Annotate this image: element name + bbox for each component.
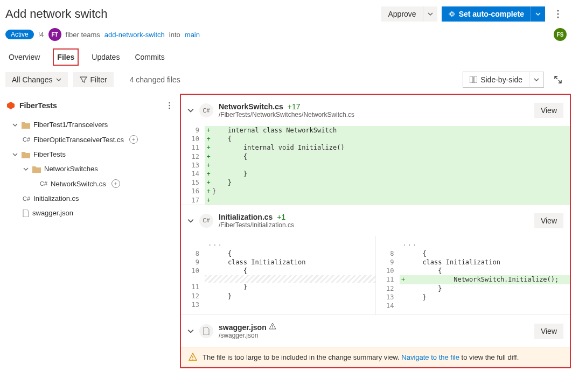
diff-view-chevron[interactable] bbox=[529, 72, 543, 87]
tree-item-label: NetworkSwitches bbox=[44, 165, 98, 173]
line-number: 11 bbox=[376, 275, 400, 284]
diff-sign: + bbox=[205, 152, 212, 161]
collapsed-region[interactable] bbox=[205, 275, 375, 283]
svg-rect-4 bbox=[470, 76, 473, 83]
file-icon bbox=[23, 209, 29, 217]
tree-more-button[interactable] bbox=[161, 97, 178, 114]
tree-item[interactable]: C#FiberOpticTransceiverTest.cs+ bbox=[4, 132, 180, 147]
tree-root[interactable]: FiberTests bbox=[4, 94, 180, 117]
target-branch-link[interactable]: main bbox=[185, 31, 200, 39]
diff-sign: + bbox=[205, 161, 212, 170]
code-line: 11 } bbox=[181, 283, 375, 291]
approve-button[interactable]: Approve bbox=[381, 6, 437, 22]
collapse-button[interactable] bbox=[187, 107, 194, 114]
diff-sign bbox=[400, 302, 407, 310]
view-file-button[interactable]: View bbox=[534, 103, 563, 118]
changed-files-count: 4 changed files bbox=[130, 75, 180, 84]
pr-number: !4 bbox=[38, 31, 44, 39]
line-number: 9 bbox=[181, 126, 205, 135]
svg-point-6 bbox=[169, 102, 170, 103]
navigate-to-file-link[interactable]: Navigate to the file bbox=[401, 353, 459, 361]
svg-rect-5 bbox=[474, 76, 477, 83]
code-line: 9 class Initialization bbox=[181, 258, 375, 267]
code-text: } bbox=[212, 283, 375, 291]
page-title: Add network switch bbox=[5, 7, 377, 21]
file-name: NetworkSwitch.cs +17 bbox=[219, 102, 354, 111]
line-number: 10 bbox=[376, 267, 400, 275]
status-badge: Active bbox=[5, 30, 34, 39]
code-line: 15+ } bbox=[181, 178, 570, 187]
file-name: Initialization.cs +1 bbox=[219, 213, 294, 221]
user-avatar[interactable]: FS bbox=[554, 28, 567, 41]
chevron-down-icon bbox=[428, 11, 433, 17]
tree-item[interactable]: NetworkSwitches bbox=[4, 162, 180, 176]
filter-button[interactable]: Filter bbox=[73, 72, 114, 87]
collapse-button[interactable] bbox=[187, 218, 194, 224]
diff-sign bbox=[400, 249, 407, 258]
code-text: } bbox=[212, 187, 570, 195]
diff-sign: + bbox=[400, 275, 407, 284]
diff-view-label[interactable]: Side-by-side bbox=[463, 72, 529, 87]
add-comment-button[interactable]: + bbox=[129, 135, 138, 144]
tab-files[interactable]: Files bbox=[53, 48, 79, 66]
collapse-button[interactable] bbox=[187, 328, 194, 334]
csharp-icon: C# bbox=[199, 103, 213, 117]
code-line: 13 } bbox=[376, 293, 570, 302]
csharp-icon: C# bbox=[40, 180, 47, 187]
add-comment-button[interactable]: + bbox=[111, 179, 120, 188]
team-avatar: FT bbox=[48, 28, 61, 41]
code-text bbox=[212, 300, 375, 309]
svg-point-9 bbox=[272, 327, 273, 328]
filter-icon bbox=[80, 76, 87, 83]
code-text: internal class NetworkSwitch bbox=[212, 126, 570, 135]
view-file-button[interactable]: View bbox=[534, 213, 563, 228]
all-changes-dropdown[interactable]: All Changes bbox=[5, 72, 68, 87]
tab-updates[interactable]: Updates bbox=[89, 48, 122, 66]
diff-area: C#NetworkSwitch.cs +17/FiberTests/Networ… bbox=[180, 94, 571, 368]
tab-overview[interactable]: Overview bbox=[6, 48, 42, 66]
code-line: 13+ bbox=[181, 161, 570, 170]
autocomplete-chevron[interactable] bbox=[531, 6, 545, 22]
line-number: 15 bbox=[181, 178, 205, 187]
additions-count: +17 bbox=[285, 102, 301, 111]
file-path: /FiberTests/NetworkSwitches/NetworkSwitc… bbox=[219, 111, 354, 118]
line-number: 13 bbox=[181, 300, 205, 309]
tree-item-label: swagger.json bbox=[32, 209, 73, 217]
kebab-icon bbox=[169, 102, 170, 109]
tree-item[interactable]: C#Initialization.cs bbox=[4, 191, 180, 206]
chevron-down-icon bbox=[56, 77, 61, 82]
svg-point-10 bbox=[192, 359, 193, 360]
tree-item[interactable]: swagger.json bbox=[4, 206, 180, 220]
more-button[interactable] bbox=[549, 5, 567, 23]
autocomplete-label[interactable]: Set auto-complete bbox=[442, 6, 531, 22]
warning-bar: The file is too large to be included in … bbox=[181, 347, 570, 367]
code-text: { bbox=[407, 267, 570, 275]
code-text: } bbox=[212, 170, 570, 178]
diff-sign: + bbox=[205, 143, 212, 152]
tree-item[interactable]: FiberTest1/Transceivers bbox=[4, 117, 180, 132]
approve-label[interactable]: Approve bbox=[381, 6, 423, 22]
view-file-button[interactable]: View bbox=[534, 324, 563, 339]
code-line: 11+ internal void Initialize() bbox=[181, 143, 570, 152]
additions-count: +1 bbox=[275, 213, 285, 221]
diff-view-dropdown[interactable]: Side-by-side bbox=[463, 72, 544, 88]
autocomplete-text: Set auto-complete bbox=[459, 10, 524, 18]
tree-item[interactable]: C#NetworkSwitch.cs+ bbox=[4, 176, 180, 191]
diff-sign bbox=[205, 300, 212, 309]
line-number: 12 bbox=[181, 152, 205, 161]
tab-commits[interactable]: Commits bbox=[132, 48, 166, 66]
source-branch-link[interactable]: add-network-switch bbox=[104, 31, 165, 39]
autocomplete-button[interactable]: Set auto-complete bbox=[442, 6, 545, 22]
code-text: class Initialization bbox=[212, 258, 375, 267]
svg-point-1 bbox=[557, 10, 559, 12]
code-line: 17+ bbox=[181, 196, 570, 205]
fullscreen-button[interactable] bbox=[549, 71, 567, 88]
code-text: } bbox=[212, 292, 375, 300]
line-number: 12 bbox=[376, 284, 400, 293]
filter-label: Filter bbox=[90, 75, 107, 84]
approve-chevron[interactable] bbox=[423, 6, 437, 22]
line-number: 13 bbox=[376, 293, 400, 302]
tree-item[interactable]: FiberTests bbox=[4, 147, 180, 162]
diff-sign: + bbox=[205, 196, 212, 205]
code-line: 8 { bbox=[376, 249, 570, 258]
